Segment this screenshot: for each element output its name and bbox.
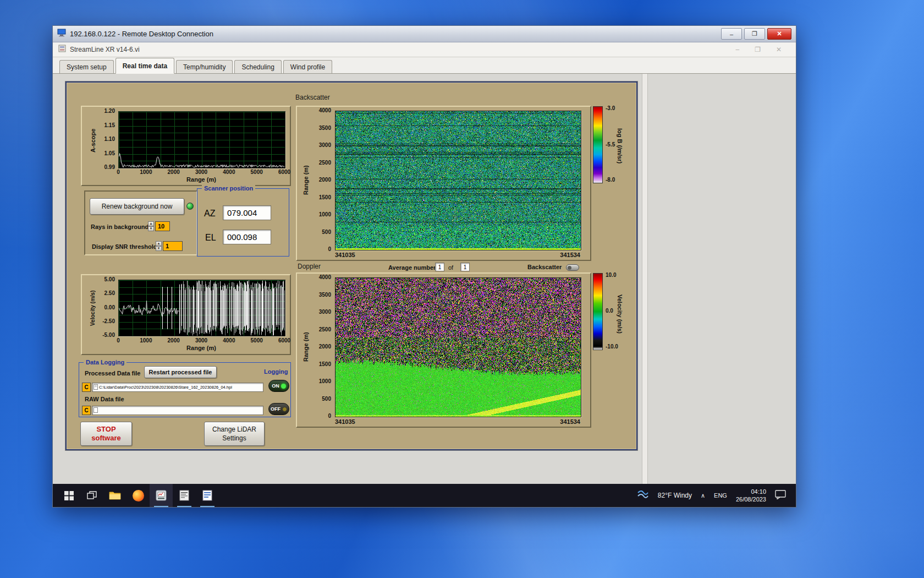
x-tick-label: 6000: [278, 169, 290, 176]
colorbar-tick: 10.0: [606, 272, 616, 279]
az-value-field: 079.004: [223, 205, 271, 220]
y-tick-label: 0.00: [97, 304, 116, 311]
y-tick-label: 4000: [310, 274, 332, 281]
app-close-button[interactable]: ✕: [776, 46, 782, 53]
rdp-maximize-button[interactable]: ❐: [744, 28, 765, 40]
y-tick-label: 1.10: [98, 136, 116, 143]
raw-path-field[interactable]: [92, 406, 263, 415]
app-maximize-button[interactable]: ❐: [755, 46, 761, 53]
settings-line2: Settings: [222, 434, 246, 443]
colorbar-tick: -8.0: [606, 177, 615, 183]
y-tick-label: 500: [310, 396, 332, 402]
scanner-position-group: Scanner position AZ 079.004 EL 000.098: [197, 188, 289, 257]
weather-desc: Windy: [674, 492, 692, 499]
doppler-heatmap-canvas: [335, 277, 581, 417]
processed-logging-toggle[interactable]: ON: [268, 380, 289, 392]
start-button[interactable]: [57, 484, 80, 507]
average-number-field[interactable]: 1: [435, 263, 444, 271]
y-tick-label: 2.50: [97, 290, 116, 297]
action-center-icon[interactable]: [775, 489, 786, 501]
backscatter-display-toggle[interactable]: [566, 264, 579, 271]
stop-software-button[interactable]: STOP software: [80, 422, 132, 446]
x-tick-label: 1000: [140, 337, 152, 344]
ascope-plot-group: A-scope 1.201.151.101.050.99 01000200030…: [81, 106, 291, 186]
doppler-y-axis-label: Range (m): [302, 303, 309, 391]
ascope-plot-canvas: [118, 111, 285, 168]
raw-logging-toggle[interactable]: OFF: [268, 403, 289, 415]
weather-temp: 82°F: [658, 492, 672, 499]
scan-scheduler-icon[interactable]: [173, 484, 196, 507]
doppler-y-ticks: 40003500300025002000150010005000: [310, 277, 332, 416]
y-tick-label: 1.05: [98, 150, 116, 157]
rdp-minimize-button[interactable]: –: [721, 28, 742, 40]
x-tick-label: 0: [117, 169, 120, 176]
of-count-field[interactable]: 1: [460, 263, 470, 271]
snr-value-field[interactable]: 1: [163, 241, 183, 251]
app-icon: [58, 45, 66, 54]
off-label: OFF: [271, 406, 280, 412]
y-tick-label: 2500: [310, 160, 332, 166]
snr-threshold-label: Display SNR threshold: [92, 243, 157, 250]
logging-label: Logging: [264, 368, 288, 375]
x-tick-label: 1000: [140, 169, 152, 176]
clock-date: 26/08/2023: [736, 496, 766, 503]
ascope-x-ticks: 0100020003000400050006000: [118, 169, 284, 176]
change-lidar-settings-button[interactable]: Change LiDAR Settings: [204, 422, 265, 446]
x-tick-label: 4000: [223, 169, 235, 176]
doppler-section-title: Doppler: [298, 263, 321, 270]
task-view-icon[interactable]: [80, 484, 103, 507]
velocity-y-axis-label: Velocity (m/s): [90, 276, 96, 340]
snr-spinner[interactable]: ▲▼: [156, 241, 162, 251]
y-tick-label: 3000: [310, 142, 332, 149]
app-minimize-button[interactable]: –: [735, 46, 739, 53]
colorbar-tick: 0.0: [606, 308, 613, 314]
app-titlebar: StreamLine XR v14-6.vi – ❐ ✕: [53, 42, 796, 57]
ascope-x-axis-label: Range (m): [118, 176, 284, 183]
tab-scheduling[interactable]: Scheduling: [234, 60, 281, 73]
y-tick-label: 2000: [310, 177, 332, 183]
restart-processed-file-button[interactable]: Restart processed file: [144, 366, 217, 378]
doppler-x-end-label: 341534: [560, 418, 580, 425]
clock[interactable]: 04:10 26/08/2023: [736, 488, 766, 503]
backscatter-toggle-label: Backscatter: [527, 264, 562, 270]
tab-wind-profile[interactable]: Wind profile: [283, 60, 332, 73]
y-tick-label: 3500: [310, 292, 332, 298]
firefox-icon[interactable]: [127, 484, 150, 507]
colorbar-tick: -5.5: [606, 141, 615, 148]
tab-real-time-data[interactable]: Real time data: [116, 58, 174, 74]
rdp-close-button[interactable]: ✕: [767, 28, 791, 40]
velocity-x-axis-label: Range (m): [118, 345, 284, 351]
ascope-y-ticks: 1.201.151.101.050.99: [98, 111, 116, 167]
tab-temp-humidity[interactable]: Temp/humidity: [176, 60, 233, 73]
x-tick-label: 3000: [195, 169, 207, 176]
notepad-icon[interactable]: [196, 484, 219, 507]
rays-value-field[interactable]: 10: [155, 221, 170, 231]
off-led: [282, 407, 287, 412]
weather-icon[interactable]: [637, 490, 649, 501]
doppler-colorbar-label: Velocity (m/s): [617, 278, 623, 350]
lidar-panel: Backscatter A-scope 1.201.151.101.050.99…: [65, 81, 637, 450]
tab-system-setup[interactable]: System setup: [59, 60, 114, 73]
rdp-titlebar: 192.168.0.122 - Remote Desktop Connectio…: [53, 26, 796, 42]
backscatter-heatmap-canvas: [335, 111, 581, 250]
processed-path-field[interactable]: C:\Lidar\Data\Proc\2023\202308\20230826\…: [92, 383, 263, 392]
app-window-title: StreamLine XR v14-6.vi: [70, 46, 140, 53]
backscatter-colorbar-gradient: [593, 106, 603, 183]
weather-text[interactable]: 82°F Windy: [658, 492, 692, 499]
raw-data-file-label: RAW Data file: [85, 396, 124, 402]
file-explorer-icon[interactable]: [103, 484, 127, 507]
data-logging-group: Data Logging Processed Data file Restart…: [79, 362, 291, 417]
y-tick-label: 1.20: [98, 108, 116, 114]
language-indicator[interactable]: ENG: [714, 492, 727, 499]
rays-spinner[interactable]: ▲▼: [148, 221, 154, 231]
backscatter-section-title: Backscatter: [295, 94, 330, 101]
processed-data-file-label: Processed Data file: [85, 370, 141, 377]
raw-drive-button[interactable]: C: [82, 406, 91, 415]
processed-drive-button[interactable]: C: [82, 383, 91, 392]
renew-background-button[interactable]: Renew background now: [90, 198, 184, 215]
streamline-app-icon[interactable]: [150, 484, 173, 507]
el-label: EL: [205, 233, 216, 243]
rdp-icon: [57, 29, 66, 39]
tray-chevron-icon[interactable]: ∧: [701, 492, 705, 499]
data-logging-title: Data Logging: [84, 358, 127, 366]
